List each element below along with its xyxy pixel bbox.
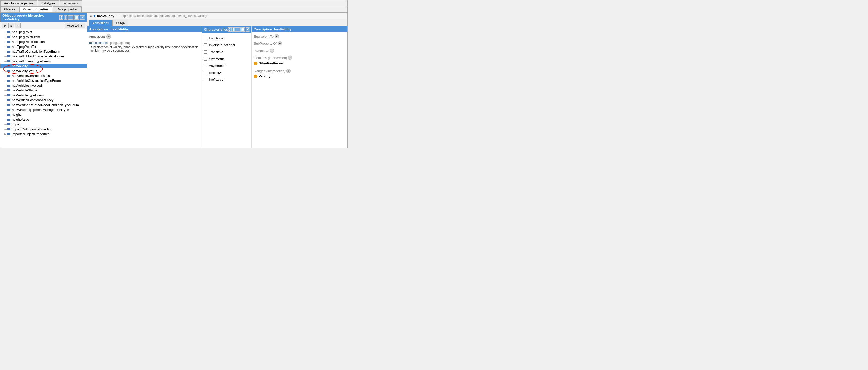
reflexive-checkbox[interactable] <box>204 71 207 74</box>
functional-checkbox[interactable] <box>204 36 207 40</box>
add-sibling-button[interactable]: ⊕ <box>8 23 14 28</box>
asymmetric-checkbox[interactable] <box>204 64 207 67</box>
connector: — <box>4 74 6 77</box>
hierarchy-title-text: Object property hierarchy: hasValidity <box>2 13 59 21</box>
tree-item[interactable]: — hasTpegPointFrom <box>0 34 87 39</box>
inverse-of-add-button[interactable]: + <box>270 49 274 53</box>
tree-item[interactable]: — hasTpegPoint <box>0 30 87 34</box>
description-body: Equivalent To + SubProperty Of + <box>252 32 347 148</box>
tree-item[interactable]: — hasVehicleObstructionTypeEnum <box>0 78 87 83</box>
tree-item[interactable]: — hasTrafficFlowCharacteristicsEnum <box>0 54 87 59</box>
asserted-dropdown[interactable]: Asserted ▼ <box>65 23 85 28</box>
irreflexive-checkbox[interactable] <box>204 78 207 81</box>
char-min-icon[interactable]: — <box>235 27 240 32</box>
item-icon <box>7 133 10 135</box>
connector: — <box>4 103 6 106</box>
ranges-add-button[interactable]: + <box>286 69 290 73</box>
tab-annotation-properties[interactable]: Annotation properties <box>0 0 37 6</box>
range-dot-orange <box>254 74 257 78</box>
tree-item[interactable]: — hasTpegPointLocation <box>0 39 87 44</box>
maximize-icon[interactable]: ▣ <box>74 15 79 20</box>
tree-item[interactable]: — hasVehiclesInvolved <box>0 83 87 88</box>
item-icon <box>7 41 10 43</box>
menu-icon[interactable]: ≡ <box>90 14 92 18</box>
tree-item[interactable]: — hasWinterEquipmentManagementType <box>0 107 87 112</box>
item-icon <box>7 51 10 53</box>
annotations-add-row: Annotations + <box>89 34 199 39</box>
functional-label: Functional <box>209 36 224 40</box>
item-icon <box>7 56 10 58</box>
panel-title-icons: ? I — ▣ ✕ <box>59 15 85 20</box>
item-icon <box>7 128 10 130</box>
tab-object-properties[interactable]: Object properties <box>20 6 52 12</box>
char-help-icon[interactable]: ? <box>228 27 231 32</box>
transitive-checkbox[interactable] <box>204 50 207 54</box>
char-info-icon[interactable]: I <box>232 27 235 32</box>
delete-button[interactable]: ✕ <box>15 23 21 28</box>
char-transitive[interactable]: Transitive <box>204 49 250 56</box>
char-functional[interactable]: Functional <box>204 35 250 42</box>
tree-item[interactable]: — hasVehicleStatus <box>0 88 87 93</box>
tab-individuals[interactable]: Individuals <box>60 0 82 6</box>
asymmetric-label: Asymmetric <box>209 64 226 68</box>
tree-item-has-validity-status[interactable]: — hasValidityStatus <box>0 68 87 73</box>
top-tab-bar: Annotation properties Datatypes Individu… <box>0 0 347 6</box>
item-icon <box>7 65 10 67</box>
tree-item[interactable]: — hasWeatherRelatedRoadConditionTypeEnum <box>0 102 87 107</box>
tab-classes[interactable]: Classes <box>0 6 19 12</box>
symmetric-checkbox[interactable] <box>204 57 207 61</box>
tree-item[interactable]: — hasTrafficTrendTypeEnum <box>0 59 87 64</box>
tab-usage[interactable]: Usage <box>113 20 128 26</box>
char-max-icon[interactable]: ▣ <box>241 27 245 32</box>
item-icon <box>7 94 10 96</box>
tab-data-properties[interactable]: Data properties <box>53 6 82 12</box>
tree-item-height[interactable]: — height <box>0 112 87 117</box>
tree-item[interactable]: — hasVehicleCharacteristics <box>0 73 87 78</box>
domains-add-button[interactable]: + <box>288 56 292 60</box>
char-close-icon[interactable]: ✕ <box>246 27 250 32</box>
tree-item[interactable]: — hasVerticalPositionAccuracy <box>0 98 87 102</box>
item-label: hasVehicleStatus <box>12 88 37 92</box>
char-irreflexive[interactable]: Irreflexive <box>204 76 250 83</box>
add-subclass-button[interactable]: ⊕ <box>2 23 7 28</box>
item-label: hasVerticalPositionAccuracy <box>12 98 53 102</box>
char-inverse-functional[interactable]: Inverse functional <box>204 42 250 49</box>
tree-item[interactable]: — hasTrafficConstrictionTypeEnum <box>0 49 87 54</box>
property-color-icon: ■ <box>93 14 95 18</box>
connector: — <box>4 89 6 92</box>
char-reflexive[interactable]: Reflexive <box>204 69 250 76</box>
char-asymmetric[interactable]: Asymmetric <box>204 62 250 69</box>
tree-item[interactable]: — heightValue <box>0 117 87 122</box>
tree-item[interactable]: — impactOnOppositeDirection <box>0 127 87 132</box>
domain-item-situation-record[interactable]: SituationRecord <box>254 61 345 66</box>
property-header: ≡ ■ hasValidity — http://cef.uv.es/lodro… <box>87 12 347 20</box>
inverse-of-text: Inverse Of <box>254 49 269 53</box>
item-label: hasVehiclesInvolved <box>12 84 42 87</box>
annotations-title: Annotations: hasValidity <box>87 26 202 32</box>
item-label: height <box>12 113 21 117</box>
item-icon <box>7 60 10 62</box>
minimize-icon[interactable]: — <box>68 15 73 20</box>
range-item-validity[interactable]: Validity <box>254 74 345 79</box>
tab-annotations[interactable]: Annotations <box>89 20 112 26</box>
tree-item[interactable]: — hasTpegPointTo <box>0 44 87 49</box>
info-icon[interactable]: I <box>64 15 67 20</box>
reflexive-label: Reflexive <box>209 71 222 74</box>
tree-item[interactable]: — hasVehicleTypeEnum <box>0 93 87 98</box>
tree-item-has-validity[interactable]: — hasValidity <box>0 64 87 68</box>
equivalent-to-add-button[interactable]: + <box>275 34 279 38</box>
tree-item[interactable]: ▶ importedObjectProperties <box>0 132 87 136</box>
add-annotation-button[interactable]: + <box>106 34 111 39</box>
property-url: http://cef.uv.es/lodroadtran18/def/trans… <box>121 14 207 18</box>
subproperty-of-add-button[interactable]: + <box>278 41 282 45</box>
char-symmetric[interactable]: Symmetric <box>204 56 250 62</box>
transitive-label: Transitive <box>209 50 223 54</box>
help-icon[interactable]: ? <box>59 15 63 20</box>
tab-datatypes[interactable]: Datatypes <box>37 0 59 6</box>
char-title-icons: ? I — ▣ ✕ <box>228 27 250 32</box>
close-icon[interactable]: ✕ <box>80 15 85 20</box>
item-icon <box>7 99 10 101</box>
tree-item[interactable]: — impact <box>0 122 87 127</box>
connector: — <box>4 94 6 97</box>
inverse-functional-checkbox[interactable] <box>204 43 207 47</box>
